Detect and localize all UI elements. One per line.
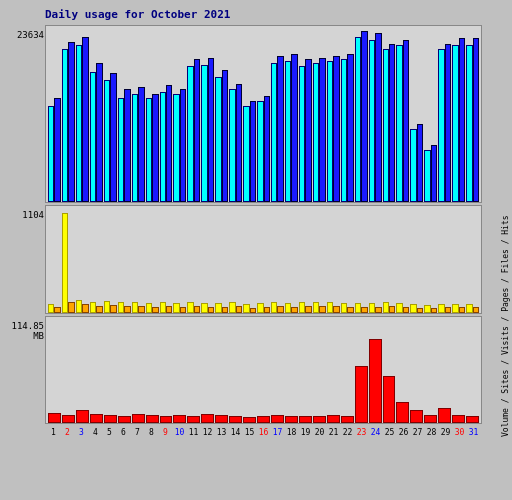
orange-bar bbox=[333, 306, 339, 312]
red-bar bbox=[201, 414, 214, 423]
bar-group bbox=[313, 28, 326, 202]
bar-group bbox=[76, 28, 89, 202]
bar-group bbox=[187, 208, 200, 312]
blue-bar bbox=[222, 70, 228, 202]
orange-bar bbox=[445, 307, 451, 312]
red-bar bbox=[187, 416, 200, 423]
blue-bar bbox=[166, 85, 172, 202]
bar-group bbox=[62, 319, 75, 423]
blue-bar bbox=[459, 38, 465, 202]
bar-group bbox=[76, 208, 89, 312]
x-axis-label: 13 bbox=[215, 428, 228, 437]
bar-group bbox=[104, 208, 117, 312]
bar-group bbox=[215, 319, 228, 423]
bar-group bbox=[410, 319, 423, 423]
blue-bar bbox=[319, 58, 325, 202]
bar-group bbox=[215, 208, 228, 312]
orange-bar bbox=[389, 306, 395, 312]
bar-group bbox=[173, 319, 186, 423]
x-axis-label: 30 bbox=[453, 428, 466, 437]
bar-group bbox=[355, 28, 368, 202]
blue-bar bbox=[82, 37, 88, 202]
orange-bar bbox=[403, 307, 409, 312]
bar-group bbox=[173, 208, 186, 312]
red-bar bbox=[146, 415, 159, 423]
bar-group bbox=[48, 28, 61, 202]
bar-group bbox=[355, 208, 368, 312]
yellow-bar bbox=[62, 213, 68, 312]
red-bar bbox=[215, 415, 228, 423]
bar-group bbox=[187, 28, 200, 202]
x-axis-label: 21 bbox=[327, 428, 340, 437]
x-axis-label: 31 bbox=[467, 428, 480, 437]
blue-bar bbox=[277, 56, 283, 202]
blue-bar bbox=[389, 44, 395, 202]
x-axis-label: 19 bbox=[299, 428, 312, 437]
x-axis-label: 10 bbox=[173, 428, 186, 437]
bar-group bbox=[118, 319, 131, 423]
bar-group bbox=[104, 319, 117, 423]
bar-group bbox=[257, 319, 270, 423]
blue-bar bbox=[250, 101, 256, 202]
red-bar bbox=[257, 416, 270, 423]
bar-group bbox=[285, 319, 298, 423]
top-y-label: 23634 bbox=[6, 30, 44, 40]
bar-group bbox=[341, 208, 354, 312]
orange-bar bbox=[54, 307, 60, 312]
bar-group bbox=[410, 208, 423, 312]
red-bar bbox=[173, 415, 186, 423]
bar-group bbox=[438, 208, 451, 312]
x-axis-label: 23 bbox=[355, 428, 368, 437]
bar-group bbox=[271, 319, 284, 423]
bar-group bbox=[438, 319, 451, 423]
bar-group bbox=[132, 28, 145, 202]
red-bar bbox=[369, 339, 382, 423]
blue-bar bbox=[347, 54, 353, 202]
bar-group bbox=[118, 28, 131, 202]
bar-group bbox=[160, 28, 173, 202]
bar-group bbox=[341, 319, 354, 423]
blue-bar bbox=[138, 87, 144, 202]
bar-group bbox=[201, 319, 214, 423]
bar-group bbox=[410, 28, 423, 202]
bar-group bbox=[243, 208, 256, 312]
red-bar bbox=[132, 414, 145, 423]
red-bar bbox=[452, 415, 465, 423]
mid-chart: 1104 bbox=[45, 205, 482, 313]
bar-group bbox=[48, 208, 61, 312]
blue-bar bbox=[375, 33, 381, 202]
x-axis-label: 5 bbox=[103, 428, 116, 437]
bar-group bbox=[341, 28, 354, 202]
x-axis-label: 9 bbox=[159, 428, 172, 437]
top-chart: 23634 bbox=[45, 25, 482, 203]
orange-bar bbox=[124, 306, 130, 312]
orange-bar bbox=[68, 302, 74, 312]
orange-bar bbox=[82, 304, 88, 312]
bar-group bbox=[327, 319, 340, 423]
blue-bar bbox=[403, 40, 409, 202]
bot-y-label: 114.85 MB bbox=[6, 321, 44, 341]
red-bar bbox=[396, 402, 409, 423]
red-bar bbox=[438, 408, 451, 423]
bar-group bbox=[396, 319, 409, 423]
x-axis-label: 28 bbox=[425, 428, 438, 437]
orange-bar bbox=[291, 307, 297, 312]
bar-group bbox=[201, 208, 214, 312]
red-bar bbox=[313, 416, 326, 423]
bar-group bbox=[62, 208, 75, 312]
blue-bar bbox=[124, 89, 130, 202]
red-bar bbox=[410, 410, 423, 423]
orange-bar bbox=[250, 308, 256, 312]
blue-bar bbox=[96, 63, 102, 202]
red-bar bbox=[299, 416, 312, 423]
orange-bar bbox=[459, 307, 465, 312]
blue-bar bbox=[445, 44, 451, 202]
red-bar bbox=[271, 415, 284, 423]
chart-container: Daily usage for October 2021 23634 1104 … bbox=[0, 0, 512, 500]
mid-y-label: 1104 bbox=[6, 210, 44, 220]
bar-group bbox=[62, 28, 75, 202]
orange-bar bbox=[152, 307, 158, 312]
bar-group bbox=[424, 28, 437, 202]
x-axis-label: 4 bbox=[89, 428, 102, 437]
x-axis-label: 12 bbox=[201, 428, 214, 437]
